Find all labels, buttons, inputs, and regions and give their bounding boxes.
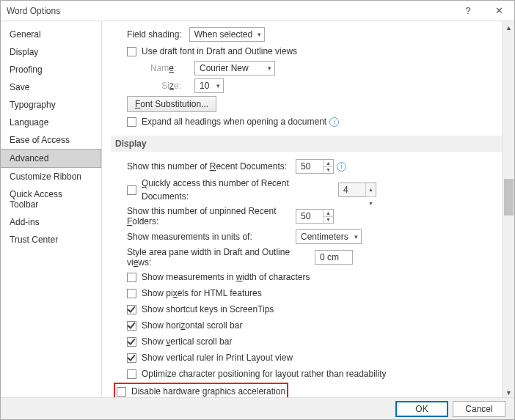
display-check-3[interactable]	[127, 321, 136, 331]
sidebar-item-quick-access-toolbar[interactable]: Quick Access Toolbar	[1, 185, 101, 213]
field-shading-select[interactable]: When selected	[189, 27, 265, 42]
use-draft-font-label: Use draft font in Draft and Outline view…	[142, 45, 297, 58]
sidebar-item-display[interactable]: Display	[1, 43, 101, 61]
sidebar-item-save[interactable]: Save	[1, 78, 101, 96]
window-title: Word Options	[7, 6, 60, 16]
font-size-label: Size:	[150, 81, 187, 91]
unpinned-folders-spinner[interactable]: 50 ▲▼	[296, 209, 334, 224]
units-label: Show measurements in units of:	[127, 232, 296, 242]
info-icon[interactable]: i	[329, 117, 339, 127]
display-check-label-2: Show shortcut keys in ScreenTips	[142, 303, 274, 316]
expand-headings-label: Expand all headings when opening a docum…	[142, 115, 326, 128]
sidebar-item-customize-ribbon[interactable]: Customize Ribbon	[1, 168, 101, 185]
spinner-buttons[interactable]: ▲▼	[323, 210, 333, 223]
footer: OK Cancel	[1, 397, 514, 419]
display-check-0[interactable]	[127, 273, 136, 282]
font-name-select: Courier New	[194, 61, 275, 75]
info-icon[interactable]: i	[337, 162, 346, 172]
sidebar-item-ease-of-access[interactable]: Ease of Access	[1, 131, 101, 149]
spinner-buttons[interactable]: ▲▼	[323, 160, 333, 173]
expand-headings-checkbox[interactable]	[127, 117, 136, 127]
unpinned-folders-label: Show this number of unpinned Recent Fold…	[127, 206, 296, 226]
display-check-5[interactable]	[127, 353, 136, 363]
display-check-label-5: Show vertical ruler in Print Layout view	[142, 351, 293, 364]
help-button[interactable]: ?	[453, 1, 483, 21]
use-draft-font-checkbox[interactable]	[127, 47, 136, 56]
quick-access-checkbox[interactable]	[127, 185, 136, 195]
font-name-label: Name:	[150, 63, 187, 73]
sidebar: GeneralDisplayProofingSaveTypographyLang…	[1, 21, 102, 399]
sidebar-item-language[interactable]: Language	[1, 114, 101, 131]
recent-docs-label: Show this number of Recent Documents:	[127, 161, 296, 172]
quick-access-label: Quickly access this number of Recent Doc…	[142, 177, 338, 203]
display-check-label-6: Optimize character positioning for layou…	[142, 367, 387, 380]
display-check-2[interactable]	[127, 305, 136, 314]
titlebar: Word Options ? ✕	[1, 1, 514, 21]
display-check-label-7: Disable hardware graphics acceleration	[131, 385, 285, 398]
sidebar-item-advanced[interactable]: Advanced	[0, 149, 101, 168]
scroll-up-button[interactable]: ▲	[503, 21, 514, 34]
display-check-1[interactable]	[127, 289, 136, 298]
sidebar-item-proofing[interactable]: Proofing	[1, 61, 101, 78]
display-check-4[interactable]	[127, 337, 136, 347]
main-panel: Field shading: When selected Use draft f…	[102, 21, 514, 399]
quick-access-spinner: 4 ▲▼	[338, 183, 376, 197]
display-check-7[interactable]	[117, 387, 126, 397]
scrollbar[interactable]: ▲ ▼	[502, 21, 514, 399]
scroll-thumb[interactable]	[504, 179, 514, 215]
units-select[interactable]: Centimeters	[296, 229, 362, 244]
recent-docs-spinner[interactable]: 50 ▲▼	[296, 159, 334, 174]
sidebar-item-typography[interactable]: Typography	[1, 96, 101, 114]
font-size-select: 10	[194, 78, 224, 93]
display-check-6[interactable]	[127, 369, 136, 379]
sidebar-item-trust-center[interactable]: Trust Center	[1, 231, 101, 248]
display-check-label-3: Show horizontal scroll bar	[142, 319, 242, 332]
display-check-label-1: Show pixels for HTML features	[142, 287, 262, 300]
cancel-button[interactable]: Cancel	[453, 401, 505, 417]
style-area-label: Style area pane width in Draft and Outli…	[127, 247, 315, 268]
highlighted-option: Disable hardware graphics acceleration	[114, 383, 288, 399]
style-area-input[interactable]: 0 cm	[315, 250, 353, 265]
font-substitution-button[interactable]: Font Substitution...	[127, 96, 216, 112]
sidebar-item-add-ins[interactable]: Add-ins	[1, 213, 101, 231]
sidebar-item-general[interactable]: General	[1, 26, 101, 43]
display-check-label-0: Show measurements in width of characters	[142, 270, 310, 284]
ok-button[interactable]: OK	[395, 401, 448, 417]
display-check-label-4: Show vertical scroll bar	[142, 335, 232, 348]
display-section-header: Display	[111, 136, 505, 152]
close-button[interactable]: ✕	[483, 1, 514, 21]
field-shading-label: Field shading:	[127, 29, 182, 40]
